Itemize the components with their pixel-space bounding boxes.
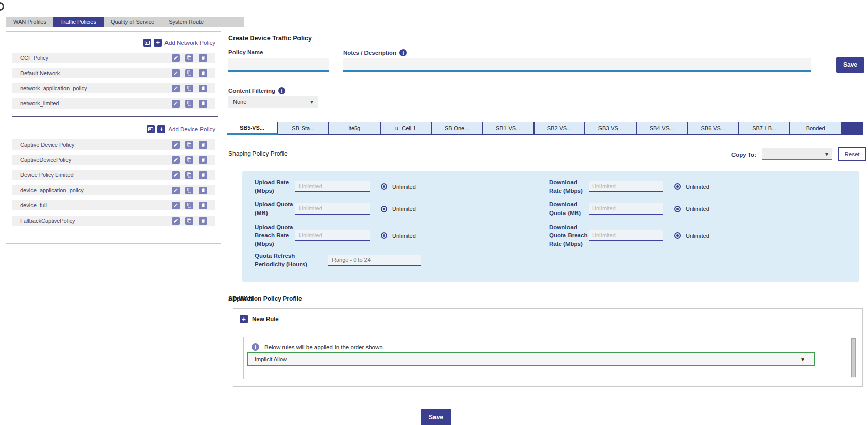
policy-row[interactable]: FallbackCaptivePolicy xyxy=(12,216,215,226)
radio-selected-icon[interactable] xyxy=(381,232,387,239)
radio-selected-icon[interactable] xyxy=(381,206,387,213)
copy-icon[interactable] xyxy=(185,69,193,77)
copy-icon[interactable] xyxy=(185,141,193,149)
policy-row[interactable]: device_application_policy xyxy=(12,185,215,195)
rate-input[interactable] xyxy=(295,230,370,241)
unlimited-radio-group[interactable]: Unlimited xyxy=(674,183,709,190)
delete-icon[interactable] xyxy=(199,202,207,209)
device-tab[interactable]: lte5g xyxy=(329,122,381,135)
device-tab[interactable]: SB7-LB... xyxy=(739,122,790,135)
collapse-panel-icon[interactable] xyxy=(147,125,155,133)
device-tab[interactable]: SB2-VS... xyxy=(535,122,586,135)
top-tab[interactable]: Traffic Policies xyxy=(53,17,104,27)
unlimited-radio-group[interactable]: Unlimited xyxy=(674,206,709,213)
delete-icon[interactable] xyxy=(199,69,207,77)
top-tab[interactable]: WAN Profiles xyxy=(6,17,53,27)
unlimited-radio-group[interactable]: Unlimited xyxy=(381,206,416,213)
device-tab[interactable]: SB-One... xyxy=(432,122,483,135)
copy-icon[interactable] xyxy=(185,100,193,108)
unlimited-radio-group[interactable]: Unlimited xyxy=(381,232,416,239)
delete-icon[interactable] xyxy=(199,217,207,225)
copy-icon[interactable] xyxy=(185,156,193,164)
save-button[interactable]: Save xyxy=(836,57,864,73)
policy-row-actions xyxy=(172,54,207,62)
rate-input[interactable] xyxy=(589,230,663,241)
delete-icon[interactable] xyxy=(199,171,207,179)
policy-row[interactable]: network_limited xyxy=(12,98,215,109)
device-tab[interactable]: SB5-VS... xyxy=(227,122,278,135)
add-rule-button[interactable] xyxy=(240,315,248,323)
copy-icon[interactable] xyxy=(185,54,193,62)
policy-row[interactable]: Captive Device Policy xyxy=(12,139,215,150)
edit-icon[interactable] xyxy=(172,202,180,209)
policy-row[interactable]: Default Network xyxy=(12,68,215,78)
quota-refresh-input[interactable] xyxy=(328,255,421,266)
add-network-policy-label[interactable]: Add Network Policy xyxy=(164,40,215,46)
copy-icon[interactable] xyxy=(185,85,193,92)
edit-icon[interactable] xyxy=(172,69,180,77)
rule-select[interactable]: Implicit Allow xyxy=(247,352,815,366)
add-device-policy-button[interactable] xyxy=(157,125,165,133)
copy-icon[interactable] xyxy=(185,217,193,225)
content-filtering-select[interactable]: None xyxy=(228,96,318,108)
field-input-wrap xyxy=(589,230,663,241)
rate-input[interactable] xyxy=(295,181,370,192)
edit-icon[interactable] xyxy=(172,171,180,179)
delete-icon[interactable] xyxy=(199,100,207,108)
device-tab[interactable]: SB4-VS... xyxy=(637,122,688,135)
copy-icon[interactable] xyxy=(185,187,193,194)
tab-scroll-button[interactable] xyxy=(842,122,863,135)
device-tab[interactable]: u_Cell 1 xyxy=(381,122,432,135)
device-tab[interactable]: SB3-VS... xyxy=(585,122,637,135)
radio-selected-icon[interactable] xyxy=(381,183,387,190)
device-tab[interactable]: SB-Sta... xyxy=(278,122,329,135)
info-icon[interactable] xyxy=(278,87,285,94)
device-tab[interactable]: Bonded xyxy=(790,122,842,135)
unlimited-radio-group[interactable]: Unlimited xyxy=(674,232,709,239)
policy-name-input[interactable] xyxy=(228,58,329,72)
delete-icon[interactable] xyxy=(199,156,207,164)
policy-row[interactable]: device_full xyxy=(12,200,215,210)
notes-input[interactable] xyxy=(343,58,811,72)
policy-list-panel: Add Network Policy CCF Policy Default Ne… xyxy=(6,31,221,244)
policy-row[interactable]: network_application_policy xyxy=(12,83,215,93)
radio-selected-icon[interactable] xyxy=(674,232,681,239)
reset-button[interactable]: Reset xyxy=(838,147,866,161)
edit-icon[interactable] xyxy=(172,217,180,225)
delete-icon[interactable] xyxy=(199,187,207,194)
quota-refresh-row: Quota Refresh Periodicity (Hours) xyxy=(255,252,421,268)
rate-input[interactable] xyxy=(589,181,663,192)
edit-icon[interactable] xyxy=(172,141,180,149)
rate-input[interactable] xyxy=(589,203,663,215)
copy-icon[interactable] xyxy=(185,202,193,209)
edit-icon[interactable] xyxy=(172,187,180,194)
rate-input[interactable] xyxy=(295,203,370,215)
radio-selected-icon[interactable] xyxy=(674,183,681,190)
add-network-policy-button[interactable] xyxy=(154,39,162,47)
scrollbar-thumb[interactable] xyxy=(851,338,856,377)
policy-row[interactable]: CaptiveDevicePolicy xyxy=(12,155,215,165)
top-tab[interactable]: System Route xyxy=(161,17,211,27)
copy-to-select[interactable] xyxy=(762,148,832,160)
delete-icon[interactable] xyxy=(199,54,207,62)
top-tab[interactable]: Quality of Service xyxy=(104,17,161,27)
field-label: Upload Quota Breach Rate (Mbps) xyxy=(255,223,295,249)
radio-selected-icon[interactable] xyxy=(674,206,681,213)
policy-row[interactable]: CCF Policy xyxy=(12,53,215,63)
edit-icon[interactable] xyxy=(172,100,180,108)
save-button-bottom[interactable]: Save xyxy=(421,409,451,425)
add-device-policy-label[interactable]: Add Device Policy xyxy=(168,126,215,132)
device-tab[interactable]: SB6-VS... xyxy=(688,122,739,135)
edit-icon[interactable] xyxy=(172,54,180,62)
collapse-panel-icon[interactable] xyxy=(143,39,151,47)
edit-icon[interactable] xyxy=(172,156,180,164)
edit-icon[interactable] xyxy=(172,85,180,92)
copy-icon[interactable] xyxy=(185,171,193,179)
device-tab[interactable]: SB1-VS... xyxy=(483,122,535,135)
info-icon[interactable] xyxy=(399,49,407,56)
unlimited-radio-group[interactable]: Unlimited xyxy=(381,183,416,190)
delete-icon[interactable] xyxy=(199,85,207,92)
delete-icon[interactable] xyxy=(199,141,207,149)
policy-row[interactable]: Device Policy Limited xyxy=(12,170,215,180)
scrollbar[interactable] xyxy=(851,338,856,378)
